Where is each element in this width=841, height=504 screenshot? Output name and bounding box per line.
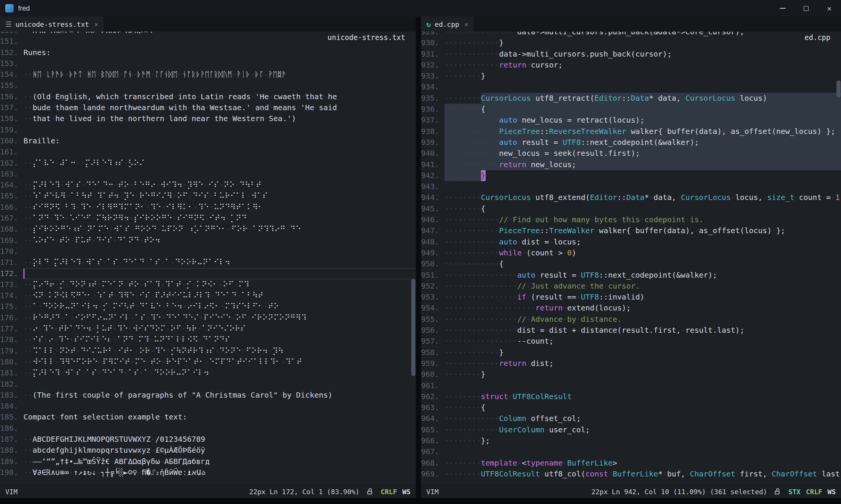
code-line[interactable]: 932.············return·cursor; [421,60,841,71]
code-line[interactable]: 160.Braille: [0,135,416,146]
scrollbar-thumb[interactable] [836,80,841,98]
code-line[interactable]: 178.··⠊⠎·⠔·⠹⠑·⠎⠊⠍⠊⠇⠑⠆·⠁⠝⠙·⠍⠹·⠥⠝⠙⠁⠇⠇⠪⠫·⠙⠁… [0,334,416,345]
code-line[interactable]: 940.············new_locus·=·seek(result.… [421,148,841,159]
code-line[interactable]: 168.··⡎⠊⠗⠕⠕⠛⠑⠰⠎·⠝⠁⠍⠑·⠺⠁⠎·⠛⠕⠕⠙·⠥⠏⠕⠝·⠰⡡⠁⠝⠛… [0,224,416,235]
code-line[interactable]: 190.··∀∂∈ℝ∧∪≡∞·↑↗↨↻⇣·┐┼╔╘░►☺♀·ﬁ�⑀₂ἠḂӥẄɐː… [0,467,416,478]
code-line[interactable]: 165.··⠱⠁⠞⠑⠧⠻·⠁⠃⠳⠞·⠹⠁⠞⠲·⡹⠑·⠗⠑⠛⠊⠌⠻·⠕⠋·⠙⠊⠎·… [0,191,416,201]
code-line[interactable]: 961. [421,380,841,391]
tab-close-icon[interactable]: ✕ [93,21,98,28]
code-line[interactable]: 183.··(The·first·couple·of·paragraphs·of… [0,390,416,401]
code-line[interactable]: 941.············return·new_locus; [421,159,841,170]
code-line[interactable]: 942.········} [421,170,841,181]
code-line[interactable]: 937.············auto·new_locus·=·retract… [421,115,841,126]
code-line[interactable]: 176.··⠗⠑⠛⠜⠙·⠁·⠊⠕⠋⠋⠔⠤⠝⠁⠊⠇·⠁⠎·⠹⠑·⠙⠑⠁⠙⠑⠌·⠏⠊… [0,312,416,323]
tab-close-icon[interactable]: ✕ [463,21,468,28]
code-line[interactable]: 169.··⠡⠕⠎⠑·⠞⠕·⠏⠥⠞·⠙⠊⠎·⠙⠁⠝⠙·⠞⠕⠲ [0,235,416,246]
code-line[interactable]: 957.················--count; [421,336,841,347]
code-line[interactable]: 953.················if·(result·==·UTF8::… [421,292,841,303]
line-number: 159. [0,124,23,135]
code-line[interactable]: 936.········{ [421,104,841,115]
maximize-button[interactable] [794,0,818,17]
text-editor-right[interactable]: 929.················data->multi_cursors.… [421,32,841,485]
code-line[interactable]: 951.················auto·result·=·UTF8::… [421,270,841,281]
code-line[interactable]: 948.············auto·dist·=·locus; [421,237,841,247]
code-text [444,380,841,391]
window-controls: ✕ [771,0,841,17]
code-line[interactable]: 958.············} [421,347,841,358]
code-line[interactable]: 956.················dist·=·dist·+·distan… [421,325,841,336]
code-line[interactable]: 959.············return·dist; [421,358,841,369]
code-line[interactable]: 954.····················return·extend(lo… [421,303,841,313]
code-line[interactable]: 164.··⡍⠜⠇⠑⠹·⠺⠁⠎·⠙⠑⠁⠙⠒·⠞⠕·⠃⠑⠛⠔·⠺⠊⠹⠲·⡹⠻⠑·⠊… [0,180,416,191]
code-line[interactable]: 943. [421,181,841,192]
code-line[interactable]: 952.················//·Just·advance·the·… [421,281,841,292]
code-line[interactable]: 938.············PieceTree::ReverseTreeWa… [421,126,841,137]
code-line[interactable]: 945.········{ [421,203,841,214]
code-line[interactable]: 173.··⡍⠔⠙⠖·⡊·⠙⠕⠝⠰⠞·⠍⠑⠁⠝·⠞⠕·⠎⠁⠹·⠹⠁⠞·⡊·⠅⠝⠪… [0,279,416,290]
code-line[interactable]: 163. [0,169,416,180]
pane-splitter[interactable] [416,17,421,498]
code-line[interactable]: 185.Compact·font·selection·example·text: [0,412,416,423]
code-line[interactable]: 968.········template·<typename·BufferLik… [421,458,841,469]
code-line[interactable]: 167.··⠁⠝⠙·⠹⠑·⠡⠊⠑⠋·⠍⠳⠗⠝⠻⠲·⡎⠊⠗⠕⠕⠛⠑·⠎⠊⠛⠝⠫·⠊… [0,213,416,224]
code-line[interactable]: 966.········}; [421,435,841,446]
code-line[interactable]: 963.········{ [421,402,841,413]
text-editor-left[interactable]: 150.··እግር·የከፈተውን·ገበያ·ያለቤቱ·አይዘጋውም።151.152… [0,32,416,485]
code-line[interactable]: 170. [0,246,416,257]
minimize-button[interactable] [771,0,794,17]
code-line[interactable]: 962.········struct·UTF8ColResult [421,391,841,402]
code-line[interactable]: 935.········CursorLocus·utf8_retract(Edi… [421,93,841,104]
code-line[interactable]: 179.··⠩⠁⠇⠇·⠝⠕⠞·⠙⠊⠌⠥⠗⠃·⠊⠞⠂·⠕⠗·⠹⠑·⡊⠳⠝⠞⠗⠹⠰⠎… [0,346,416,356]
code-line[interactable]: 174.··⠪⠝·⠅⠝⠪⠇⠫⠛⠑⠂·⠱⠁⠞·⠹⠻⠑·⠊⠎·⠏⠜⠞⠊⠊⠥⠇⠜⠇⠹·… [0,290,416,301]
code-line[interactable]: 184. [0,401,416,412]
tab-unicode-stress-txt[interactable]: ☰ unicode-stress.txt ✕ [0,17,103,32]
code-line[interactable]: 187.··ABCDEFGHIJKLMNOPQRSTUVWXYZ·/012345… [0,434,416,445]
code-line[interactable]: 933.········} [421,71,841,81]
line-number: 965. [421,424,444,435]
code-line[interactable]: 158.··that·he·lived·in·the·northern·land… [0,113,416,124]
close-button[interactable]: ✕ [818,0,841,17]
cursor-position-info: 22px Ln 172, Col 1 (83.90%) [249,488,360,496]
scrollbar-thumb[interactable] [411,279,415,376]
code-line[interactable]: 154.··ᚻᛖ·ᚳᚹᚫᚦ·ᚦᚫᛏ·ᚻᛖ·ᛒᚢᛞᛖ·ᚩᚾ·ᚦᚫᛗ·ᛚᚪᚾᛞᛖ·ᚾ… [0,69,416,80]
code-line[interactable]: 188.··abcdefghijklmnopqrstuvwxyz·£©µÀÆÖÞ… [0,445,416,456]
code-line[interactable]: 967. [421,446,841,457]
code-line[interactable]: 944.········CursorLocus·utf8_extend(Edit… [421,192,841,203]
code-line[interactable]: 964.············Column·offset_col; [421,413,841,424]
code-line[interactable]: 166.··⠎⠊⠛⠝⠫·⠃⠹·⠹⠑·⠊⠇⠻⠛⠹⠍⠁⠝⠂·⠹⠑·⠊⠇⠻⠅⠂·⠹⠑·… [0,202,416,213]
code-line[interactable]: 960.········} [421,369,841,380]
code-line[interactable]: 939.············auto·result·=·UTF8::next… [421,137,841,148]
code-line[interactable]: 157.··bude·thaem·lande·northweardum·with… [0,102,416,113]
code-line[interactable]: 947.············PieceTree::TreeWalker·wa… [421,225,841,236]
code-line[interactable]: 965.············UserColumn·user_col; [421,424,841,435]
code-line[interactable]: 156.··(Old·English,·which·transcribed·in… [0,91,416,102]
line-number: 162. [0,158,23,169]
code-line[interactable]: 186. [0,423,416,434]
code-line[interactable]: 950.············{ [421,258,841,269]
code-line[interactable]: 946.············//·Find·out·how·many·byt… [421,214,841,225]
code-line[interactable]: 172. [0,268,416,279]
code-line[interactable]: 177.··⠔·⠹⠑·⠞⠗⠁⠙⠑⠲·⡃⠥⠞·⠹⠑·⠺⠊⠎⠙⠕⠍·⠕⠋·⠳⠗·⠁⠝… [0,323,416,334]
code-line[interactable]: 955.················//·Advance·by·distan… [421,314,841,325]
code-line[interactable]: 969.········UTF8ColResult·utf8_col(const… [421,469,841,479]
code-line[interactable]: 175.··⠁·⠙⠕⠕⠗⠤⠝⠁⠊⠇⠲·⡊·⠍⠊⠣⠞·⠙⠁⠧⠑·⠃⠑⠲·⠔⠊⠇⠔⠫… [0,301,416,312]
code-line[interactable]: 181.··⡍⠜⠇⠑⠹·⠺⠁⠎·⠁⠎·⠙⠑⠁⠙·⠁⠎·⠁·⠙⠕⠕⠗⠤⠝⠁⠊⠇⠲ [0,367,416,378]
code-line[interactable]: 930.············} [421,37,841,48]
code-line[interactable]: 934. [421,81,841,92]
code-line[interactable]: 171.··⡕⠇⠙·⡍⠜⠇⠑⠹·⠺⠁⠎·⠁⠎·⠙⠑⠁⠙·⠁⠎·⠁·⠙⠕⠕⠗⠤⠝⠁… [0,257,416,268]
code-line[interactable]: 155. [0,80,416,91]
code-line[interactable]: 949.············while·(count·>·0) [421,247,841,258]
code-line[interactable]: 153. [0,58,416,69]
right-scrollbar[interactable] [836,32,841,485]
code-text: ··⡍⠜⠇⠑⠹·⠺⠁⠎·⠙⠑⠁⠙⠒·⠞⠕·⠃⠑⠛⠔·⠺⠊⠹⠲·⡹⠻⠑·⠊⠎·⠝⠕… [23,180,416,191]
code-line[interactable]: 189.··–—‘“”„†‡•…‰™œŠŸž€·ΑΒΓΔΩαβγδω·АБВГД… [0,456,416,467]
code-line[interactable]: 161. [0,146,416,157]
code-line[interactable]: 931.············data->multi_cursors.push… [421,49,841,60]
code-line[interactable]: 162.··⡌⠁⠧⠑·⠼⠁⠒··⡍⠜⠇⠑⠹⠰⠎·⡣⠕⠌ [0,158,416,169]
code-line[interactable]: 929.················data->multi_cursors.… [421,32,841,37]
code-line[interactable]: 180.··⠺⠊⠇⠇·⠹⠻⠑⠋⠕⠗⠑·⠏⠻⠍⠊⠞·⠍⠑·⠞⠕·⠗⠑⠏⠑⠁⠞⠂·⠑… [0,356,416,367]
code-line[interactable]: 159. [0,124,416,135]
code-line[interactable]: 152.Runes: [0,47,416,58]
code-line[interactable]: 182. [0,379,416,390]
tab-ed-cpp[interactable]: ↻ ed.cpp ✕ [421,17,474,32]
